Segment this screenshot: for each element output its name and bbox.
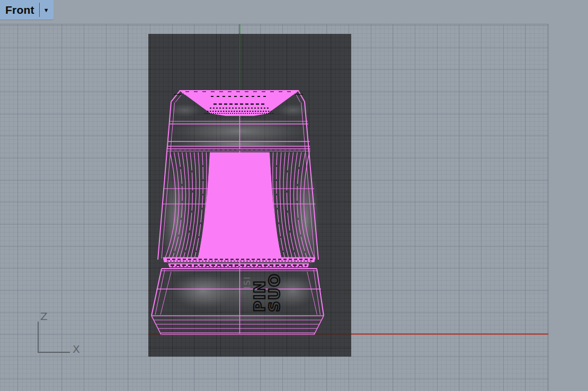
rhino-front-viewport: { "viewport": { "title": "Front", "dropd…: [0, 0, 588, 391]
gnomon-z-label: Z: [40, 310, 48, 323]
viewport-title: Front: [5, 4, 34, 16]
viewport-tab[interactable]: Front ▼: [0, 0, 54, 20]
viewport-canvas[interactable]: [0, 24, 549, 391]
gnomon-x-axis-line: [38, 352, 70, 353]
logo-suo-text: SUO: [265, 273, 283, 312]
gnomon-z-axis-line: [38, 322, 39, 353]
gnomon-x-label: X: [73, 343, 80, 356]
chevron-down-icon[interactable]: ▼: [43, 6, 49, 13]
viewport-tab-divider: [39, 3, 40, 17]
